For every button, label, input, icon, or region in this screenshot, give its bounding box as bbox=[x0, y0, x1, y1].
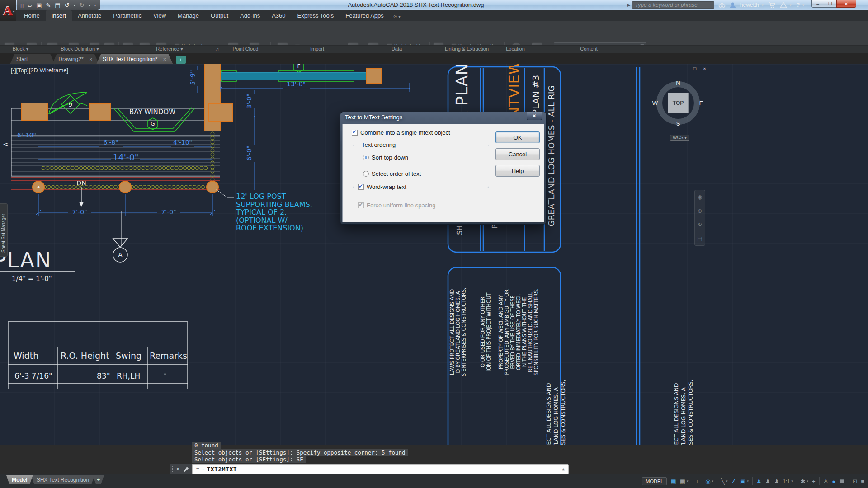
customize-wrench-icon[interactable] bbox=[183, 466, 189, 472]
ok-button[interactable]: OK bbox=[495, 131, 540, 143]
new-file-icon[interactable]: ▯ bbox=[20, 2, 24, 8]
grid-display-icon[interactable]: ▦ bbox=[670, 478, 676, 485]
command-bar-grip[interactable]: ✕ bbox=[170, 464, 192, 474]
isometric-drafting-icon[interactable]: ╲ bbox=[721, 478, 725, 485]
panel-content[interactable]: Content bbox=[527, 46, 651, 52]
recent-commands-icon[interactable]: ≡ bbox=[196, 466, 199, 472]
help-icon[interactable]: ? bbox=[797, 2, 800, 8]
compass-east[interactable]: E bbox=[698, 100, 704, 107]
navwheel-icon[interactable]: ◉ bbox=[698, 194, 702, 200]
checkbox-checked-icon[interactable] bbox=[352, 130, 358, 136]
radio-unselected-icon[interactable] bbox=[363, 171, 369, 177]
object-snap-icon[interactable]: ▣ bbox=[740, 478, 745, 485]
clean-screen-icon[interactable]: ● bbox=[832, 478, 835, 485]
panel-location[interactable]: Location bbox=[504, 46, 527, 52]
new-layout-button[interactable]: + bbox=[93, 475, 104, 484]
viewcube-top-face[interactable]: TOP bbox=[668, 93, 689, 113]
tab-parametric[interactable]: Parametric bbox=[107, 10, 147, 21]
drawing-window-controls[interactable]: − □ × bbox=[684, 66, 709, 71]
customization-menu-icon[interactable]: ≡ bbox=[861, 478, 864, 485]
command-close-icon[interactable]: ✕ bbox=[176, 466, 180, 472]
graphics-performance-icon[interactable]: ▤ bbox=[839, 478, 844, 485]
compass-north[interactable]: N bbox=[675, 80, 681, 86]
file-tab-shx-text-recognition[interactable]: SHX Text Recognition* ✕ bbox=[96, 54, 173, 64]
panel-data[interactable]: Data bbox=[364, 46, 429, 52]
annotation-scale-value[interactable]: 1:1 bbox=[783, 479, 790, 484]
close-button[interactable]: ✕ bbox=[836, 0, 856, 8]
sheet-set-manager-tab[interactable]: Sheet Set Manager bbox=[0, 203, 8, 257]
radio-selected-icon[interactable] bbox=[363, 155, 369, 160]
workspace-switching-icon[interactable]: ✱ bbox=[801, 478, 806, 485]
autoscale-icon[interactable]: ♟ bbox=[765, 478, 771, 485]
tab-home[interactable]: Home bbox=[18, 10, 46, 21]
a360-dropdown-icon[interactable]: ▼ bbox=[789, 3, 793, 7]
tab-output[interactable]: Output bbox=[205, 10, 234, 21]
undo-icon[interactable]: ↺ bbox=[65, 2, 70, 8]
annotation-visibility-icon[interactable]: ♟ bbox=[756, 478, 762, 485]
tab-manage[interactable]: Manage bbox=[172, 10, 205, 21]
tab-annotate[interactable]: Annotate bbox=[72, 10, 107, 21]
reference-dialog-launcher-icon[interactable]: ◿ bbox=[215, 47, 218, 52]
close-tab-icon[interactable]: ✕ bbox=[89, 57, 93, 62]
tab-featured-apps[interactable]: Featured Apps bbox=[340, 10, 390, 21]
viewport-controls[interactable]: [-][Top][2D Wireframe] bbox=[11, 67, 68, 74]
annotation-scale-icon[interactable]: ♟ bbox=[774, 478, 779, 485]
plot-icon[interactable]: ▤ bbox=[55, 2, 60, 8]
snap-mode-icon[interactable]: ▦ bbox=[680, 478, 685, 485]
compass-south[interactable]: S bbox=[675, 120, 681, 127]
help-dropdown-icon[interactable]: ▼ bbox=[802, 3, 805, 7]
save-as-icon[interactable]: ✎ bbox=[46, 2, 51, 8]
compass-west[interactable]: W bbox=[652, 100, 658, 107]
a360-icon[interactable] bbox=[780, 2, 787, 8]
panel-import[interactable]: Import bbox=[270, 46, 364, 52]
tab-a360[interactable]: A360 bbox=[266, 10, 291, 21]
pan-icon[interactable]: ⊕ bbox=[698, 208, 702, 214]
file-tab-drawing2[interactable]: Drawing2* ✕ bbox=[52, 54, 99, 64]
close-tab-icon[interactable]: ✕ bbox=[163, 57, 166, 62]
cancel-button[interactable]: Cancel bbox=[495, 148, 540, 160]
infocenter-search-input[interactable]: Type a keyword or phrase bbox=[632, 1, 714, 9]
undo-dropdown-icon[interactable]: ▾ bbox=[74, 3, 75, 7]
wcs-menu[interactable]: WCS ▾ bbox=[670, 135, 689, 141]
help-button[interactable]: Help bbox=[495, 165, 540, 177]
viewcube[interactable]: N E S W TOP bbox=[656, 81, 700, 125]
object-snap-tracking-icon[interactable]: ∠ bbox=[731, 478, 736, 485]
tab-addins[interactable]: Add-ins bbox=[234, 10, 266, 21]
tab-view[interactable]: View bbox=[147, 10, 172, 21]
history-expand-icon[interactable]: ▲ bbox=[562, 467, 565, 471]
model-space-badge[interactable]: MODEL bbox=[642, 477, 667, 485]
quick-properties-icon[interactable]: ♙ bbox=[823, 478, 829, 485]
ribbon-display-toggle-icon[interactable]: ⊙ ▾ bbox=[390, 12, 404, 21]
tab-express-tools[interactable]: Express Tools bbox=[292, 10, 340, 21]
tab-insert[interactable]: Insert bbox=[46, 10, 72, 21]
zoom-icon[interactable]: ↻ bbox=[698, 221, 702, 228]
combine-mtext-checkbox[interactable]: Combine into a single mtext object bbox=[352, 129, 450, 136]
word-wrap-checkbox[interactable]: Word-wrap text bbox=[358, 183, 406, 190]
panel-reference[interactable]: Reference ▾ bbox=[118, 46, 221, 52]
app-store-cart-icon[interactable] bbox=[769, 2, 776, 8]
panel-point-cloud[interactable]: Point Cloud bbox=[221, 46, 270, 52]
user-dropdown-icon[interactable]: ▼ bbox=[761, 3, 764, 7]
signin-username[interactable]: hewetth bbox=[740, 2, 759, 8]
layout-tab-model[interactable]: Model bbox=[6, 475, 33, 484]
search-icon[interactable] bbox=[718, 2, 726, 8]
panel-linking[interactable]: Linking & Extraction bbox=[429, 46, 504, 52]
application-menu-button[interactable]: A▼ bbox=[0, 0, 16, 21]
redo-icon[interactable]: ↻ bbox=[80, 2, 85, 8]
new-drawing-tab-button[interactable]: + bbox=[176, 56, 186, 64]
save-icon[interactable]: ▣ bbox=[36, 2, 42, 8]
minimize-button[interactable]: – bbox=[811, 0, 824, 8]
command-input[interactable]: ≡ ▾ TXT2MTXT ▲ bbox=[192, 464, 569, 474]
fullscreen-icon[interactable]: ⊡ bbox=[853, 478, 858, 485]
open-file-icon[interactable]: ▱ bbox=[28, 2, 32, 8]
orbit-icon[interactable]: ▤ bbox=[697, 235, 702, 242]
polar-tracking-icon[interactable]: ◎ bbox=[705, 478, 710, 485]
select-order-radio[interactable]: Select order of text bbox=[363, 170, 421, 177]
dialog-close-button[interactable]: ✕ bbox=[527, 112, 542, 120]
restore-button[interactable]: ❐ bbox=[824, 0, 836, 8]
redo-dropdown-icon[interactable]: ▾ bbox=[88, 3, 90, 7]
panel-block-definition[interactable]: Block Definition ▾ bbox=[41, 46, 118, 52]
panel-block[interactable]: Block ▾ bbox=[0, 46, 41, 52]
checkbox-checked-icon[interactable] bbox=[358, 184, 364, 190]
infocenter-collapse-icon[interactable]: ▶ bbox=[627, 3, 631, 7]
